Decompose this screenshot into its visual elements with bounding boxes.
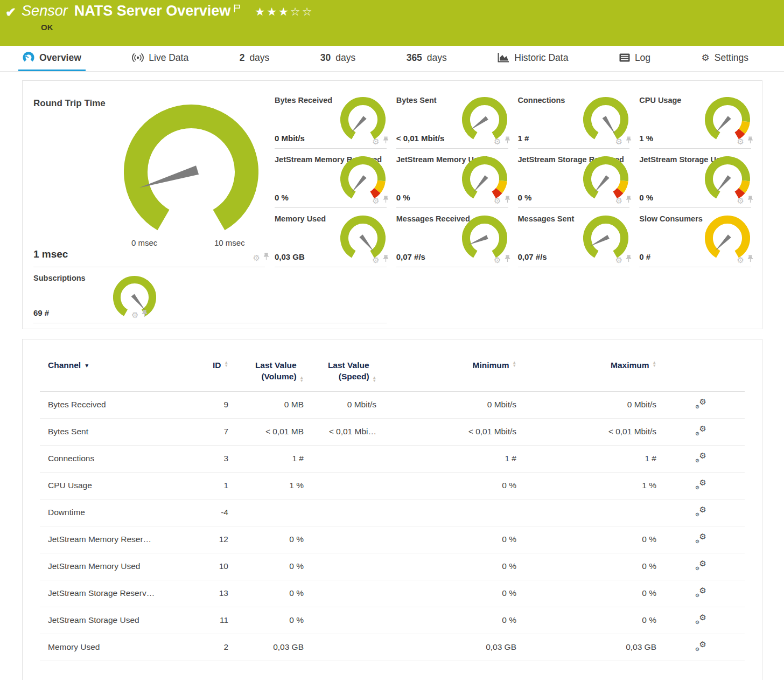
gauge-value: 0 % <box>396 193 410 202</box>
pin-icon[interactable] <box>263 253 269 262</box>
gauge-card-jetstream-storage-reserved[interactable]: JetStream Storage Reserved0 %⚙ <box>518 149 630 208</box>
cell-minimum: 0 % <box>376 615 516 625</box>
column-header-channel[interactable]: Channel ▼ <box>40 360 199 383</box>
cell-channel[interactable]: JetStream Storage Reserv… <box>40 588 199 598</box>
channel-settings-icon[interactable]: ⚙⚙ <box>695 614 706 624</box>
tab-365-days[interactable]: 365days <box>402 46 451 71</box>
sensor-ok-check-icon: ✔ <box>5 5 16 20</box>
sort-icon: ▲▼ <box>513 361 516 367</box>
gear-icon[interactable]: ⚙ <box>494 256 501 264</box>
cell-channel[interactable]: JetStream Memory Reser… <box>40 535 199 544</box>
gear-icon[interactable]: ⚙ <box>372 137 379 145</box>
gauge-card-subscriptions[interactable]: Subscriptions 69 # ⚙ <box>33 267 387 323</box>
gear-icon[interactable]: ⚙ <box>737 256 744 264</box>
gauge-card-jetstream-memory-reserved[interactable]: JetStream Memory Reserved0 %⚙ <box>275 149 387 208</box>
channel-settings-icon[interactable]: ⚙⚙ <box>695 399 706 408</box>
pin-icon[interactable] <box>626 136 632 146</box>
gear-icon[interactable]: ⚙ <box>372 256 379 264</box>
pin-icon[interactable] <box>505 136 510 146</box>
gauge-card-bytes-sent[interactable]: Bytes Sent< 0,01 Mbit/s⚙ <box>396 89 508 149</box>
cell-last-value-volume: 0 % <box>228 588 304 598</box>
pin-icon[interactable] <box>747 196 753 205</box>
gauge-value: 69 # <box>33 308 49 317</box>
cell-channel[interactable]: Connections <box>40 454 199 463</box>
star-rating[interactable]: ★★★☆☆ <box>255 5 313 18</box>
gear-icon[interactable]: ⚙ <box>494 137 501 145</box>
tab-settings[interactable]: ⚙Settings <box>697 46 753 71</box>
channel-settings-icon[interactable]: ⚙⚙ <box>695 426 706 435</box>
gauge-value: 1 # <box>518 134 529 143</box>
live-data-icon <box>132 53 144 63</box>
pin-icon[interactable] <box>505 196 510 205</box>
gauge-card-cpu-usage[interactable]: CPU Usage1 %⚙ <box>639 89 751 149</box>
table-row-jetstream-memory-used: JetStream Memory Used100 %0 %0 %⚙⚙ <box>40 553 745 580</box>
pin-icon[interactable] <box>626 196 632 205</box>
channel-settings-icon[interactable]: ⚙⚙ <box>695 587 706 597</box>
cell-channel[interactable]: JetStream Storage Used <box>40 615 199 625</box>
gear-icon[interactable]: ⚙ <box>253 254 260 262</box>
pin-icon[interactable] <box>505 255 510 265</box>
channel-settings-icon[interactable]: ⚙⚙ <box>695 506 706 516</box>
gauge-card-bytes-received[interactable]: Bytes Received0 Mbit/s⚙ <box>275 89 387 149</box>
gauge-card-messages-received[interactable]: Messages Received0,07 #/s⚙ <box>396 208 508 267</box>
pin-icon[interactable] <box>747 255 753 265</box>
gauge-actions: ⚙ <box>615 196 632 205</box>
tab-live-data[interactable]: Live Data <box>128 46 193 71</box>
gear-icon[interactable]: ⚙ <box>372 197 379 205</box>
channel-settings-icon[interactable]: ⚙⚙ <box>695 533 706 543</box>
column-header-minimum[interactable]: Minimum ▲▼ <box>376 360 516 383</box>
tab-log[interactable]: Log <box>615 46 655 71</box>
tab-2-days[interactable]: 2days <box>235 46 274 71</box>
gauge-card-jetstream-storage-used[interactable]: JetStream Storage Used0 %⚙ <box>639 149 751 208</box>
gauge-actions: ⚙ <box>494 196 510 205</box>
gauge-actions: ⚙ <box>615 136 632 146</box>
channel-settings-icon[interactable]: ⚙⚙ <box>695 453 706 462</box>
table-row-jetstream-memory-reser: JetStream Memory Reser…120 %0 %0 %⚙⚙ <box>40 526 745 553</box>
cell-id: 12 <box>199 535 228 544</box>
gear-icon[interactable]: ⚙ <box>615 137 622 145</box>
gauge-card-slow-consumers[interactable]: Slow Consumers0 #⚙ <box>639 208 751 267</box>
gauge-title: Subscriptions <box>33 267 387 282</box>
tab-overview[interactable]: Overview <box>18 46 86 71</box>
tab-30-days[interactable]: 30days <box>316 46 360 71</box>
tab-label: Log <box>635 52 650 64</box>
cell-channel[interactable]: CPU Usage <box>40 481 199 490</box>
cell-channel[interactable]: JetStream Memory Used <box>40 561 199 571</box>
cell-channel[interactable]: Bytes Sent <box>40 427 199 436</box>
gauge-card-memory-used[interactable]: Memory Used0,03 GB⚙ <box>275 208 387 267</box>
cell-channel[interactable]: Downtime <box>40 508 199 517</box>
gear-icon[interactable]: ⚙ <box>737 137 744 145</box>
gear-icon[interactable]: ⚙ <box>615 256 622 264</box>
channel-settings-icon[interactable]: ⚙⚙ <box>695 560 706 570</box>
gauge-card-jetstream-memory-used[interactable]: JetStream Memory Used0 %⚙ <box>396 149 508 208</box>
column-header-actions <box>656 360 745 383</box>
tab-number: 365 <box>407 52 422 64</box>
gear-icon[interactable]: ⚙ <box>737 197 744 205</box>
gauge-card-connections[interactable]: Connections1 #⚙ <box>518 89 630 149</box>
cell-channel[interactable]: Bytes Received <box>40 400 199 410</box>
gear-icon[interactable]: ⚙ <box>615 197 622 205</box>
gauge-scale-min-label: 0 msec <box>131 238 157 247</box>
gear-icon[interactable]: ⚙ <box>131 311 138 319</box>
pin-icon[interactable] <box>383 255 389 265</box>
gauge-icon <box>23 52 34 64</box>
column-header-last-value-speed[interactable]: Last Value(Speed) ▲▼ <box>304 360 376 383</box>
pin-icon[interactable] <box>142 310 148 320</box>
priority-flag-icon[interactable] <box>234 4 241 15</box>
cell-channel[interactable]: Memory Used <box>40 642 199 652</box>
channel-settings-icon[interactable]: ⚙⚙ <box>695 480 706 489</box>
gauge-value: 0 % <box>275 193 289 202</box>
tab-historic-data[interactable]: Historic Data <box>493 46 572 71</box>
pin-icon[interactable] <box>383 196 389 205</box>
pin-icon[interactable] <box>383 136 389 146</box>
pin-icon[interactable] <box>747 136 753 146</box>
channel-settings-icon[interactable]: ⚙⚙ <box>695 641 706 651</box>
gauge-card-round-trip-time[interactable]: Round Trip Time 0 msec 10 msec 1 msec ⚙ <box>33 89 265 267</box>
column-header-id[interactable]: ID ▲▼ <box>199 360 228 383</box>
gear-icon[interactable]: ⚙ <box>494 197 501 205</box>
column-header-last-value-volume[interactable]: Last Value(Volume) ▲▼ <box>228 360 304 383</box>
gauge-card-messages-sent[interactable]: Messages Sent0,07 #/s⚙ <box>518 208 630 267</box>
column-header-maximum[interactable]: Maximum ▲▼ <box>516 360 656 383</box>
cell-last-value-volume: 0 % <box>228 561 304 571</box>
pin-icon[interactable] <box>626 255 632 265</box>
